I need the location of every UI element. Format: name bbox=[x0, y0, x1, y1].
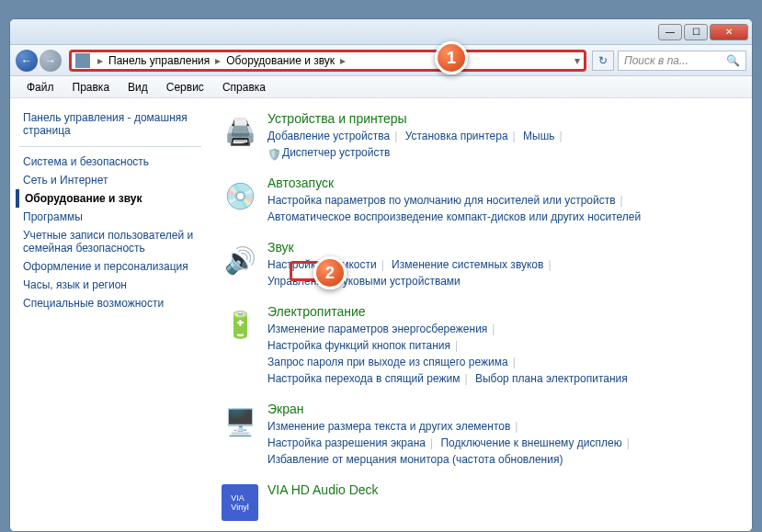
sidebar-item-network[interactable]: Сеть и Интернет bbox=[19, 171, 201, 189]
sidebar-item-hardware[interactable]: Оборудование и звук bbox=[16, 189, 201, 208]
link-system-sounds[interactable]: Изменение системных звуков bbox=[392, 258, 543, 271]
link-external-display[interactable]: Подключение к внешнему дисплею bbox=[440, 436, 621, 449]
power-title[interactable]: Электропитание bbox=[267, 304, 366, 319]
sidebar-item-system[interactable]: Система и безопасность bbox=[19, 153, 201, 171]
link-power-buttons[interactable]: Настройка функций кнопок питания bbox=[267, 339, 450, 352]
devices-title[interactable]: Устройства и принтеры bbox=[267, 111, 407, 126]
screen-icon bbox=[220, 402, 260, 442]
link-mouse[interactable]: Мышь bbox=[523, 130, 555, 142]
menu-edit[interactable]: Правка bbox=[63, 79, 119, 96]
address-bar[interactable]: ▸ Панель управления ▸ Оборудование и зву… bbox=[69, 50, 586, 72]
sidebar-home[interactable]: Панель управления - домашняя страница bbox=[19, 109, 201, 139]
category-autoplay: Автозапуск Настройка параметров по умолч… bbox=[220, 175, 743, 225]
via-title[interactable]: VIA HD Audio Deck bbox=[267, 482, 379, 497]
via-icon: VIAVinyl bbox=[220, 482, 260, 523]
category-sound: Звук Настройка громкости| Изменение сист… bbox=[220, 240, 743, 289]
titlebar: — ☐ ✕ bbox=[10, 19, 752, 45]
display-title[interactable]: Экран bbox=[267, 402, 304, 416]
dropdown-icon[interactable]: ▾ bbox=[574, 54, 580, 67]
content-pane: Устройства и принтеры Добавление устройс… bbox=[210, 98, 752, 531]
search-input[interactable]: Поиск в па... 🔍 bbox=[618, 51, 746, 71]
sidebar-item-appearance[interactable]: Оформление и персонализация bbox=[19, 257, 201, 276]
shield-icon: 🛡️ bbox=[267, 146, 280, 159]
category-devices: Устройства и принтеры Добавление устройс… bbox=[220, 111, 743, 161]
chevron-right-icon[interactable]: ▸ bbox=[338, 54, 347, 67]
link-power-password[interactable]: Запрос пароля при выходе из спящего режи… bbox=[267, 356, 508, 368]
menu-bar: Файл Правка Вид Сервис Справка bbox=[10, 76, 752, 98]
control-panel-icon bbox=[75, 53, 90, 68]
link-refresh-rate[interactable]: Избавление от мерцания монитора (частота… bbox=[267, 453, 563, 466]
chevron-right-icon: ▸ bbox=[96, 54, 105, 67]
speaker-icon bbox=[220, 240, 260, 280]
category-via: VIAVinyl VIA HD Audio Deck bbox=[220, 482, 743, 523]
link-add-device[interactable]: Добавление устройства bbox=[267, 130, 390, 142]
search-icon[interactable]: 🔍 bbox=[726, 54, 740, 67]
breadcrumb-sub[interactable]: Оборудование и звук bbox=[222, 54, 338, 67]
control-panel-window: — ☐ ✕ ← → ▸ Панель управления ▸ Оборудов… bbox=[9, 18, 753, 532]
back-button[interactable]: ← bbox=[16, 50, 38, 72]
refresh-button[interactable]: ↻ bbox=[592, 51, 614, 71]
link-add-printer[interactable]: Установка принтера bbox=[405, 130, 508, 142]
navigation-bar: ← → ▸ Панель управления ▸ Оборудование и… bbox=[10, 45, 752, 76]
sidebar-item-users[interactable]: Учетные записи пользователей и семейная … bbox=[19, 226, 201, 257]
link-power-plan[interactable]: Выбор плана электропитания bbox=[475, 372, 628, 385]
sidebar-item-ease[interactable]: Специальные возможности bbox=[19, 294, 201, 312]
menu-tools[interactable]: Сервис bbox=[157, 79, 213, 96]
printer-icon bbox=[220, 111, 260, 152]
link-sleep[interactable]: Настройка перехода в спящий режим bbox=[267, 372, 460, 385]
link-device-manager[interactable]: Диспетчер устройств bbox=[282, 146, 390, 159]
body: Панель управления - домашняя страница Си… bbox=[10, 98, 752, 531]
minimize-button[interactable]: — bbox=[658, 24, 682, 40]
close-button[interactable]: ✕ bbox=[710, 24, 748, 40]
cd-icon bbox=[220, 175, 260, 216]
menu-view[interactable]: Вид bbox=[119, 79, 157, 96]
link-autoplay-cd[interactable]: Автоматическое воспроизведение компакт-д… bbox=[267, 210, 641, 223]
menu-help[interactable]: Справка bbox=[213, 79, 275, 96]
link-audio-devices[interactable]: Управление звуковыми устройствами bbox=[267, 275, 461, 288]
category-display: Экран Изменение размера текста и других … bbox=[220, 402, 743, 468]
menu-file[interactable]: Файл bbox=[17, 79, 63, 96]
sidebar-item-clock[interactable]: Часы, язык и регион bbox=[19, 276, 201, 294]
power-icon bbox=[220, 304, 260, 345]
autoplay-title[interactable]: Автозапуск bbox=[267, 175, 334, 190]
sound-title[interactable]: Звук bbox=[267, 240, 294, 255]
link-text-size[interactable]: Изменение размера текста и других элемен… bbox=[267, 420, 510, 433]
link-resolution[interactable]: Настройка разрешения экрана bbox=[267, 436, 426, 449]
search-placeholder: Поиск в па... bbox=[624, 54, 688, 67]
sidebar-item-programs[interactable]: Программы bbox=[19, 208, 201, 226]
link-autoplay-defaults[interactable]: Настройка параметров по умолчанию для но… bbox=[267, 194, 616, 207]
sidebar: Панель управления - домашняя страница Си… bbox=[10, 98, 210, 531]
link-power-save[interactable]: Изменение параметров энергосбережения bbox=[267, 323, 487, 335]
breadcrumb-root[interactable]: Панель управления bbox=[105, 54, 213, 67]
chevron-right-icon[interactable]: ▸ bbox=[213, 54, 222, 67]
divider bbox=[19, 146, 201, 147]
callout-1: 1 bbox=[435, 41, 468, 74]
callout-2: 2 bbox=[313, 256, 347, 289]
category-power: Электропитание Изменение параметров энер… bbox=[220, 304, 743, 387]
forward-button[interactable]: → bbox=[40, 50, 62, 72]
maximize-button[interactable]: ☐ bbox=[684, 24, 708, 40]
